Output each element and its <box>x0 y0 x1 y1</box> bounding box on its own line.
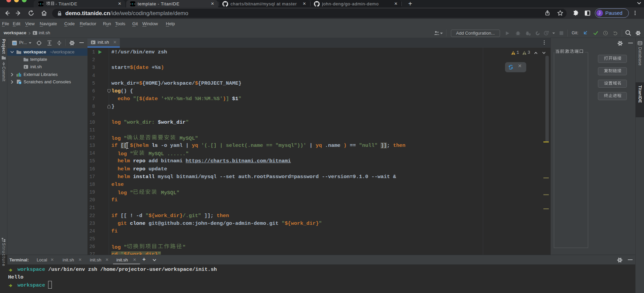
svg-text:<t>: <t> <box>38 2 43 6</box>
svg-text:<t>: <t> <box>130 2 135 6</box>
